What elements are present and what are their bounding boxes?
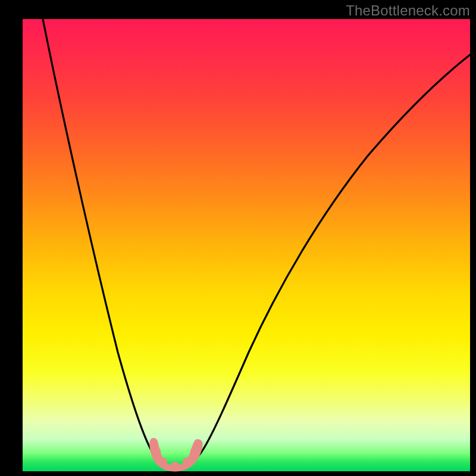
- valley-dot: [170, 462, 180, 471]
- watermark-text: TheBottleneck.com: [346, 2, 470, 19]
- valley-dot: [190, 447, 198, 455]
- chart-frame: TheBottleneck.com: [0, 0, 476, 476]
- valley-dot: [150, 438, 157, 445]
- plot-area: [23, 19, 470, 471]
- valley-dot: [183, 458, 191, 466]
- valley-dot: [159, 458, 167, 466]
- curve-svg: [23, 19, 470, 471]
- valley-dot: [194, 439, 201, 446]
- bottleneck-curve-path: [43, 19, 470, 467]
- valley-dot: [154, 447, 161, 455]
